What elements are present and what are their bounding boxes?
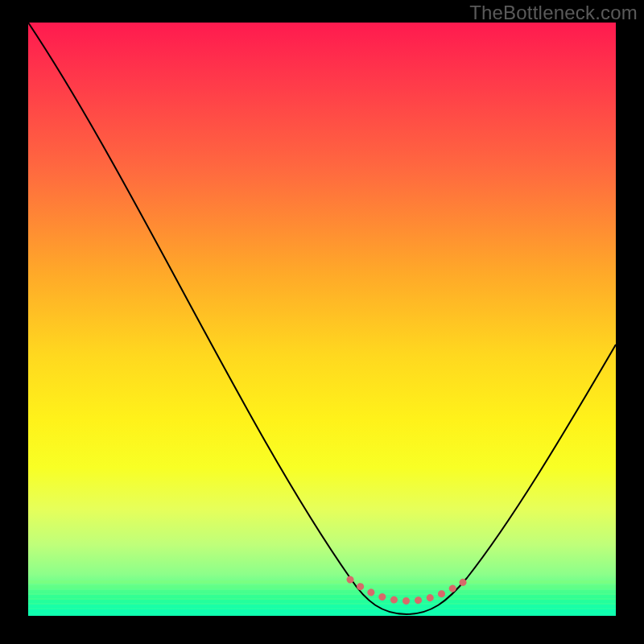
watermark-text: TheBottleneck.com xyxy=(469,2,638,24)
bottleneck-curve xyxy=(28,23,616,614)
chart-frame: TheBottleneck.com xyxy=(0,0,644,644)
plot-area xyxy=(28,23,616,616)
optimal-zone-marker xyxy=(350,580,467,601)
curve-svg xyxy=(28,23,616,616)
